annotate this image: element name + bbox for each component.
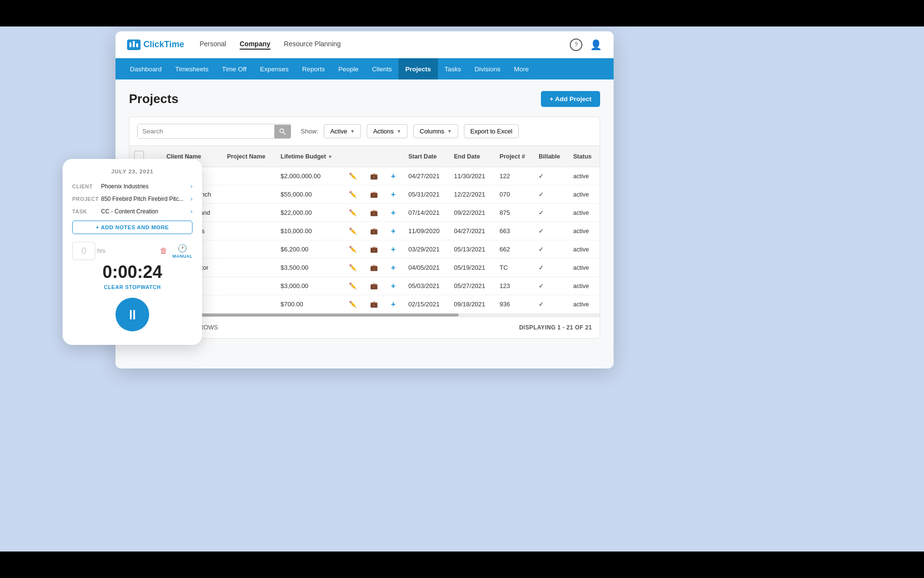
row-manage-5[interactable]: 💼	[365, 259, 386, 277]
active-label: Active	[330, 128, 347, 135]
clear-stopwatch-button[interactable]: CLEAR STOPWATCH	[72, 284, 192, 290]
actions-dropdown[interactable]: Actions ▼	[367, 124, 408, 138]
col-project-name[interactable]: Project Name	[222, 146, 276, 167]
row-project-6	[222, 277, 276, 295]
task-arrow-icon[interactable]: ›	[191, 208, 192, 215]
nav-reports[interactable]: Reports	[295, 58, 332, 79]
nav-dashboard[interactable]: Dashboard	[123, 58, 168, 79]
timer-project-row: PROJECT 850 Firebird Pitch Firebird Pitc…	[72, 196, 192, 202]
row-add-3[interactable]: +	[386, 222, 403, 240]
row-billable-6: ✓	[534, 277, 568, 295]
hours-input[interactable]	[72, 242, 95, 260]
row-manage-7[interactable]: 💼	[365, 295, 386, 314]
top-nav-icons: ? 👤	[570, 39, 602, 51]
row-end-4: 05/13/2021	[449, 240, 495, 259]
nav-timesheets[interactable]: Timesheets	[168, 58, 215, 79]
row-edit-5[interactable]: ✏️	[344, 259, 365, 277]
row-add-5[interactable]: +	[386, 259, 403, 277]
sort-icon: ▼	[328, 154, 333, 159]
pause-button[interactable]: ⏸	[116, 298, 149, 331]
project-arrow-icon[interactable]: ›	[191, 196, 192, 202]
show-label: Show:	[301, 128, 318, 135]
col-start-date[interactable]: Start Date	[403, 146, 449, 167]
row-edit-6[interactable]: ✏️	[344, 277, 365, 295]
row-start-7: 02/15/2021	[403, 295, 449, 314]
chevron-down-icon: ▼	[350, 129, 355, 134]
export-button[interactable]: Export to Excel	[464, 124, 518, 138]
nav-tasks[interactable]: Tasks	[438, 58, 468, 79]
row-add-0[interactable]: +	[386, 167, 403, 185]
row-manage-6[interactable]: 💼	[365, 277, 386, 295]
row-manage-2[interactable]: 💼	[365, 204, 386, 222]
row-manage-1[interactable]: 💼	[365, 185, 386, 204]
nav-divisions[interactable]: Divisions	[468, 58, 507, 79]
client-arrow-icon[interactable]: ›	[191, 183, 192, 190]
manual-button[interactable]: 🕐 MANUAL	[172, 244, 192, 259]
timer-action-icons: 🗑 🕐 MANUAL	[160, 244, 192, 259]
row-add-2[interactable]: +	[386, 204, 403, 222]
help-icon[interactable]: ?	[570, 39, 582, 51]
nav-company[interactable]: Company	[240, 40, 270, 50]
row-manage-4[interactable]: 💼	[365, 240, 386, 259]
timer-widget: JULY 23, 2021 CLIENT Phoenix Industries …	[63, 159, 202, 345]
search-button[interactable]	[274, 125, 291, 138]
nav-time-off[interactable]: Time Off	[215, 58, 253, 79]
row-edit-0[interactable]: ✏️	[344, 167, 365, 185]
columns-label: Columns	[420, 128, 444, 135]
row-status-2: active	[568, 204, 600, 222]
row-end-7: 09/18/2021	[449, 295, 495, 314]
timer-display: 0:00:24	[72, 262, 192, 282]
row-add-6[interactable]: +	[386, 277, 403, 295]
search-input[interactable]	[138, 124, 274, 138]
row-edit-4[interactable]: ✏️	[344, 240, 365, 259]
row-billable-1: ✓	[534, 185, 568, 204]
row-billable-4: ✓	[534, 240, 568, 259]
top-nav: ClickTime Personal Company Resource Plan…	[116, 31, 614, 58]
row-status-5: active	[568, 259, 600, 277]
row-status-0: active	[568, 167, 600, 185]
hrs-label: hrs	[97, 248, 105, 254]
nav-personal[interactable]: Personal	[200, 40, 226, 50]
nav-expenses[interactable]: Expenses	[253, 58, 295, 79]
table-toolbar: Show: Active ▼ Actions ▼ Columns ▼ Expor…	[129, 117, 600, 146]
col-add	[386, 146, 403, 167]
active-dropdown[interactable]: Active ▼	[324, 124, 361, 138]
nav-resource-planning[interactable]: Resource Planning	[284, 40, 341, 50]
user-icon[interactable]: 👤	[590, 39, 602, 51]
row-end-3: 04/27/2021	[449, 222, 495, 240]
nav-people[interactable]: People	[332, 58, 365, 79]
row-edit-7[interactable]: ✏️	[344, 295, 365, 314]
row-manage-3[interactable]: 💼	[365, 222, 386, 240]
row-status-1: active	[568, 185, 600, 204]
col-status[interactable]: Status	[568, 146, 600, 167]
row-budget-6: $3,000.00	[276, 277, 344, 295]
row-edit-3[interactable]: ✏️	[344, 222, 365, 240]
row-edit-2[interactable]: ✏️	[344, 204, 365, 222]
row-add-4[interactable]: +	[386, 240, 403, 259]
add-notes-button[interactable]: + ADD NOTES AND MORE	[72, 221, 192, 234]
col-project-num[interactable]: Project #	[495, 146, 534, 167]
row-end-1: 12/22/2021	[449, 185, 495, 204]
timer-client-row: CLIENT Phoenix Industries ›	[72, 183, 192, 190]
chevron-down-icon: ▼	[397, 129, 401, 134]
row-add-1[interactable]: +	[386, 185, 403, 204]
row-start-3: 11/09/2020	[403, 222, 449, 240]
nav-more[interactable]: More	[507, 58, 536, 79]
displaying-count: DISPLAYING 1 - 21 OF 21	[519, 324, 592, 331]
delete-icon[interactable]: 🗑	[160, 247, 167, 255]
row-add-7[interactable]: +	[386, 295, 403, 314]
add-project-button[interactable]: + Add Project	[541, 91, 600, 107]
nav-projects[interactable]: Projects	[398, 58, 437, 79]
col-budget[interactable]: Lifetime Budget ▼	[276, 146, 344, 167]
columns-dropdown[interactable]: Columns ▼	[413, 124, 458, 138]
nav-clients[interactable]: Clients	[365, 58, 398, 79]
row-edit-1[interactable]: ✏️	[344, 185, 365, 204]
page-title: Projects	[129, 92, 179, 106]
col-end-date[interactable]: End Date	[449, 146, 495, 167]
row-status-4: active	[568, 240, 600, 259]
client-value: Phoenix Industries	[101, 183, 191, 190]
row-start-6: 05/03/2021	[403, 277, 449, 295]
row-manage-0[interactable]: 💼	[365, 167, 386, 185]
col-billable[interactable]: Billable	[534, 146, 568, 167]
row-budget-4: $6,200.00	[276, 240, 344, 259]
